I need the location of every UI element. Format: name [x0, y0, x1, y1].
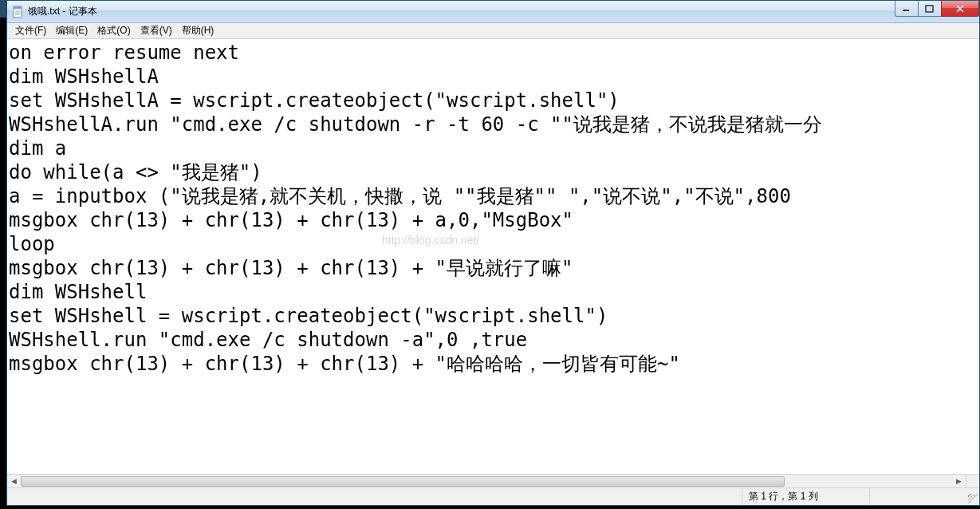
close-icon: [955, 5, 965, 13]
menubar: 文件(F) 编辑(E) 格式(O) 查看(V) 帮助(H): [7, 23, 979, 39]
notepad-window: 饿哦.txt - 记事本 文件(F) 编辑(E) 格式(O) 查看(V) 帮助(…: [6, 0, 980, 506]
menu-file[interactable]: 文件(F): [10, 22, 51, 39]
scroll-corner: [966, 474, 979, 487]
maximize-button[interactable]: [918, 1, 942, 17]
menu-edit[interactable]: 编辑(E): [51, 22, 92, 39]
maximize-icon: [925, 5, 935, 13]
minimize-icon: [902, 5, 911, 13]
minimize-button[interactable]: [895, 1, 919, 17]
window-controls: [895, 1, 979, 17]
status-position: 第 1 行，第 1 列: [742, 488, 869, 505]
close-button[interactable]: [941, 1, 979, 17]
notepad-icon: [12, 6, 25, 18]
resize-grip[interactable]: [965, 488, 979, 505]
svg-rect-6: [926, 6, 933, 12]
menu-view[interactable]: 查看(V): [136, 22, 177, 39]
editor-wrap: on error resume next dim WSHshellA set W…: [7, 39, 979, 487]
scroll-left-arrow-icon[interactable]: ◀: [7, 475, 21, 488]
horizontal-scrollbar[interactable]: ◀ ▶: [7, 474, 966, 487]
status-empty-cell: [869, 488, 965, 505]
text-editor[interactable]: on error resume next dim WSHshellA set W…: [7, 39, 979, 474]
window-title: 饿哦.txt - 记事本: [28, 5, 97, 18]
scroll-track[interactable]: [21, 475, 952, 488]
svg-rect-5: [903, 10, 909, 11]
svg-rect-1: [14, 6, 22, 9]
scroll-thumb[interactable]: [21, 476, 785, 487]
statusbar: 第 1 行，第 1 列: [7, 487, 979, 505]
menu-help[interactable]: 帮助(H): [177, 22, 219, 39]
titlebar[interactable]: 饿哦.txt - 记事本: [7, 1, 979, 23]
menu-format[interactable]: 格式(O): [92, 22, 135, 39]
scroll-right-arrow-icon[interactable]: ▶: [952, 475, 966, 488]
